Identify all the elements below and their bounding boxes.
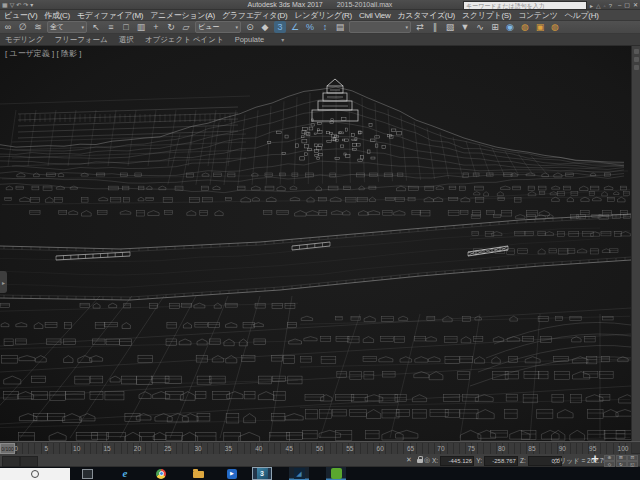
menu-item-7[interactable]: カスタマイズ(U): [397, 10, 455, 21]
file-explorer-icon[interactable]: [188, 467, 208, 480]
task-view-icon[interactable]: [77, 467, 97, 480]
search-go-icon[interactable]: ▸: [590, 2, 593, 10]
select-object-icon[interactable]: ↖: [90, 21, 102, 33]
use-pivot-center-icon[interactable]: ⊙: [244, 21, 256, 33]
maximize-button[interactable]: ▢: [624, 1, 630, 9]
file-name: 2015-2010all.max: [337, 1, 393, 8]
timeline: 0510152025303540455055606570758085909510…: [0, 441, 640, 454]
chevron-down-icon: ▾: [235, 24, 238, 30]
named-selection-dropdown[interactable]: ▾: [349, 21, 411, 33]
mirror-icon[interactable]: ⇄: [414, 21, 426, 33]
sign-in-icon[interactable]: △: [596, 2, 601, 10]
isolate-selection-icon[interactable]: ✕: [406, 456, 412, 464]
snap-toggle-3d-icon[interactable]: 3: [274, 21, 286, 33]
ribbon-tab-2[interactable]: 選択: [119, 35, 134, 45]
coord-label-0: X:: [432, 457, 438, 464]
selection-lock-icon[interactable]: [417, 459, 423, 463]
menu-item-6[interactable]: Civil View: [359, 11, 391, 20]
menu-item-1[interactable]: 作成(C): [44, 10, 70, 21]
zoom-all-icon[interactable]: ⊞: [616, 455, 627, 461]
ribbon-tab-0[interactable]: モデリング: [5, 35, 43, 45]
3ds-max-icon[interactable]: 3: [252, 467, 272, 480]
material-editor-icon[interactable]: ◉: [504, 21, 516, 33]
ribbon-toggle-icon[interactable]: ▼: [459, 21, 471, 33]
bind-to-space-warp-icon[interactable]: ≋: [32, 21, 44, 33]
coord-field-1[interactable]: -258.767: [484, 456, 518, 466]
menu-item-4[interactable]: グラフエディタ(D): [222, 10, 287, 21]
menu-item-10[interactable]: ヘルプ(H): [565, 10, 599, 21]
ribbon-minimize-icon[interactable]: ▾: [281, 36, 284, 43]
chrome-icon[interactable]: [151, 467, 171, 480]
photos-app-icon[interactable]: ◢: [289, 467, 309, 480]
time-slider[interactable]: 0/100: [0, 443, 15, 454]
menu-item-5[interactable]: レンダリング(R): [294, 10, 352, 21]
taskbar-search[interactable]: [0, 468, 70, 480]
pan-view-plus-icon[interactable]: +: [588, 450, 602, 466]
title-bar: ▦▽↶↷▾ Autodesk 3ds Max 20172015-2010all.…: [0, 0, 640, 10]
selection-filter-dropdown[interactable]: 全て▾: [47, 21, 87, 33]
render-setup-icon[interactable]: ◍: [519, 21, 531, 33]
transform-type-in: X:-445.126Y:-258.767Z:0.0: [432, 456, 562, 466]
timeline-tick-label: 100: [618, 445, 629, 452]
timeline-tick-label: 35: [225, 445, 232, 452]
absolute-mode-icon[interactable]: ◎: [424, 456, 430, 464]
ribbon-tab-1[interactable]: フリーフォーム: [54, 35, 107, 45]
angle-snap-icon[interactable]: ∠: [289, 21, 301, 33]
timeline-tick-label: 10: [73, 445, 80, 452]
chrome-icon-glyph: [156, 469, 166, 479]
curve-editor-icon[interactable]: ∿: [474, 21, 486, 33]
viewport-label[interactable]: [ ユーザ定義 ] [ 陰影 ]: [5, 48, 81, 59]
viewport[interactable]: [ ユーザ定義 ] [ 陰影 ] ▸: [0, 46, 631, 441]
command-panel-strip[interactable]: [631, 46, 640, 441]
window-crossing-icon[interactable]: ▥: [135, 21, 147, 33]
maxscript-listener-box[interactable]: [20, 456, 38, 467]
zoom-icon[interactable]: ⊕: [604, 455, 615, 461]
coord-field-0[interactable]: -445.126: [440, 456, 474, 466]
viewport-canvas[interactable]: [0, 46, 631, 441]
viewport-layout-tab[interactable]: ▸: [0, 271, 7, 293]
macro-recorder-box[interactable]: [2, 456, 20, 467]
timeline-tick-label: 25: [164, 445, 171, 452]
menu-item-3[interactable]: アニメーション(A): [150, 10, 215, 21]
zoom-extents-icon[interactable]: ⊡: [627, 455, 638, 461]
layer-manager-icon[interactable]: ▧: [444, 21, 456, 33]
green-app-icon[interactable]: [326, 467, 346, 480]
rendered-frame-icon[interactable]: ▣: [534, 21, 546, 33]
media-app-icon[interactable]: ▶: [222, 467, 242, 480]
coord-label-1: Y:: [476, 457, 482, 464]
spinner-snap-icon[interactable]: ↕: [319, 21, 331, 33]
align-icon[interactable]: ∥: [429, 21, 441, 33]
minimize-button[interactable]: –: [618, 1, 621, 9]
menu-item-9[interactable]: コンテンツ: [518, 10, 557, 21]
menu-item-8[interactable]: スクリプト(S): [462, 10, 511, 21]
named-selection-sets-icon[interactable]: ▤: [334, 21, 346, 33]
menu-item-2[interactable]: モディファイア(M): [77, 10, 143, 21]
screen: ▦▽↶↷▾ Autodesk 3ds Max 20172015-2010all.…: [0, 0, 640, 480]
menu-item-0[interactable]: ビュー(V): [4, 10, 37, 21]
selection-region-icon[interactable]: □: [120, 21, 132, 33]
help-icon[interactable]: ?: [609, 2, 612, 10]
task-view-icon-glyph: [82, 469, 93, 479]
select-and-rotate-icon[interactable]: ↻: [165, 21, 177, 33]
unlink-selection-icon[interactable]: ∅: [17, 21, 29, 33]
select-and-move-icon[interactable]: +: [150, 21, 162, 33]
timeline-tick-label: 30: [194, 445, 201, 452]
internet-explorer-icon[interactable]: e: [115, 467, 135, 480]
track-bar[interactable]: 0510152025303540455055606570758085909510…: [16, 443, 632, 454]
main-toolbar: ∞∅≋全て▾↖≡□▥+↻▱ビュー▾⊙◆3∠%↕▤▾⇄∥▧▼∿⊞◉◍▣◍: [0, 21, 640, 34]
ribbon-tab-3[interactable]: オブジェクト ペイント: [145, 35, 224, 45]
schematic-view-icon[interactable]: ⊞: [489, 21, 501, 33]
select-by-name-icon[interactable]: ≡: [105, 21, 117, 33]
timeline-tick-label: 80: [498, 445, 505, 452]
close-button[interactable]: ✕: [633, 1, 638, 9]
notifications-icon[interactable]: ◦: [604, 2, 606, 10]
select-and-link-icon[interactable]: ∞: [2, 21, 14, 33]
select-and-scale-icon[interactable]: ▱: [180, 21, 192, 33]
reference-coordinate-dropdown[interactable]: ビュー▾: [195, 21, 241, 33]
render-production-icon[interactable]: ◍: [549, 21, 561, 33]
select-and-manipulate-icon[interactable]: ◆: [259, 21, 271, 33]
timeline-tick-label: 60: [377, 445, 384, 452]
percent-snap-icon[interactable]: %: [304, 21, 316, 33]
reference-coordinate-dropdown-value: ビュー: [198, 22, 219, 32]
ribbon-tab-4[interactable]: Populate: [235, 35, 265, 44]
